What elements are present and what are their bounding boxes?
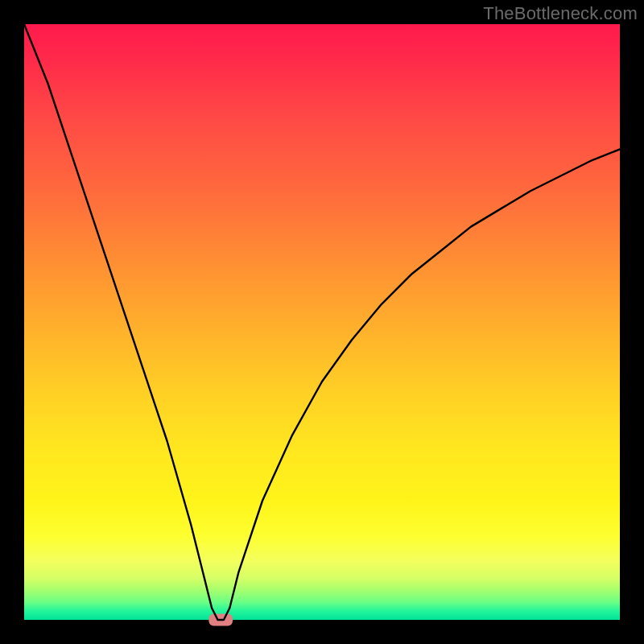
curve-layer <box>24 24 620 620</box>
watermark-text: TheBottleneck.com <box>483 3 638 24</box>
bottleneck-curve <box>24 24 620 620</box>
chart-frame: TheBottleneck.com <box>0 0 644 644</box>
plot-area <box>24 24 620 620</box>
